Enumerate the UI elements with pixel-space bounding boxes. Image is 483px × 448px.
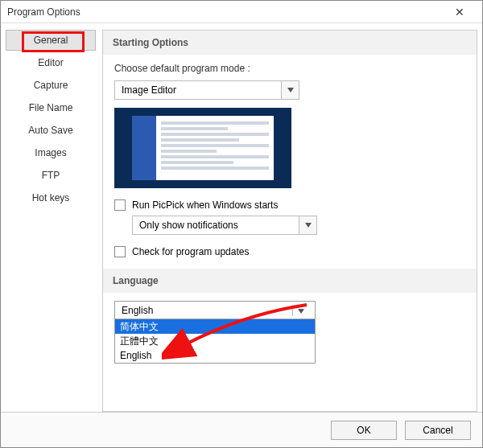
chevron-down-icon[interactable] bbox=[299, 216, 316, 234]
sidebar-item-label: Hot keys bbox=[32, 192, 70, 203]
section-header-starting: Starting Options bbox=[103, 31, 477, 55]
sidebar-item-filename[interactable]: File Name bbox=[6, 97, 96, 118]
check-updates-checkbox[interactable] bbox=[114, 246, 126, 257]
titlebar: Program Options ✕ bbox=[1, 1, 482, 23]
run-on-start-checkbox[interactable] bbox=[114, 199, 126, 211]
mode-preview-image bbox=[114, 108, 291, 188]
starting-section: Choose default program mode : Image Edit… bbox=[103, 55, 477, 269]
sidebar-item-label: Auto Save bbox=[28, 125, 72, 136]
main-panel: Starting Options Choose default program … bbox=[102, 30, 477, 412]
run-on-start-label: Run PicPick when Windows starts bbox=[132, 199, 278, 211]
language-dropdown-list: 简体中文 正體中文 English bbox=[115, 319, 315, 363]
check-updates-label: Check for program updates bbox=[132, 246, 249, 257]
sidebar-item-general[interactable]: General bbox=[6, 30, 96, 51]
footer: OK Cancel bbox=[1, 412, 482, 447]
sidebar-item-label: Images bbox=[35, 147, 66, 158]
choose-mode-label: Choose default program mode : bbox=[114, 63, 465, 74]
sidebar-item-images[interactable]: Images bbox=[6, 142, 96, 163]
content: General Editor Capture File Name Auto Sa… bbox=[1, 23, 482, 412]
chevron-down-icon[interactable] bbox=[292, 305, 308, 316]
sidebar-item-label: Capture bbox=[34, 80, 68, 91]
sidebar-item-label: Editor bbox=[38, 57, 63, 68]
sidebar-item-hotkeys[interactable]: Hot keys bbox=[6, 187, 96, 208]
sidebar-item-label: File Name bbox=[29, 102, 73, 113]
sidebar-item-label: General bbox=[34, 35, 68, 46]
sidebar-item-capture[interactable]: Capture bbox=[6, 75, 96, 96]
program-mode-combo[interactable]: Image Editor bbox=[114, 80, 299, 100]
cancel-button[interactable]: Cancel bbox=[405, 421, 471, 440]
sidebar-item-label: FTP bbox=[42, 170, 60, 181]
program-mode-value: Image Editor bbox=[115, 81, 281, 99]
run-on-start-row: Run PicPick when Windows starts bbox=[114, 199, 465, 211]
sidebar: General Editor Capture File Name Auto Sa… bbox=[6, 30, 96, 412]
language-combo[interactable]: English 简体中文 正體中文 English bbox=[114, 301, 316, 364]
language-option[interactable]: 正體中文 bbox=[115, 334, 315, 348]
close-button[interactable]: ✕ bbox=[444, 6, 476, 18]
window-title: Program Options bbox=[7, 6, 444, 18]
tray-combo[interactable]: Only show notifications bbox=[132, 216, 317, 235]
ok-button[interactable]: OK bbox=[331, 421, 397, 440]
tray-value: Only show notifications bbox=[133, 216, 299, 234]
language-option[interactable]: 简体中文 bbox=[115, 319, 315, 334]
language-section: English 简体中文 正體中文 English bbox=[103, 293, 477, 375]
sidebar-item-autosave[interactable]: Auto Save bbox=[6, 120, 96, 141]
section-header-language: Language bbox=[103, 269, 477, 293]
language-value: English bbox=[122, 305, 153, 316]
language-option[interactable]: English bbox=[115, 348, 315, 363]
sidebar-item-ftp[interactable]: FTP bbox=[6, 165, 96, 186]
chevron-down-icon[interactable] bbox=[281, 81, 299, 99]
sidebar-item-editor[interactable]: Editor bbox=[6, 52, 96, 73]
check-updates-row: Check for program updates bbox=[114, 246, 465, 257]
